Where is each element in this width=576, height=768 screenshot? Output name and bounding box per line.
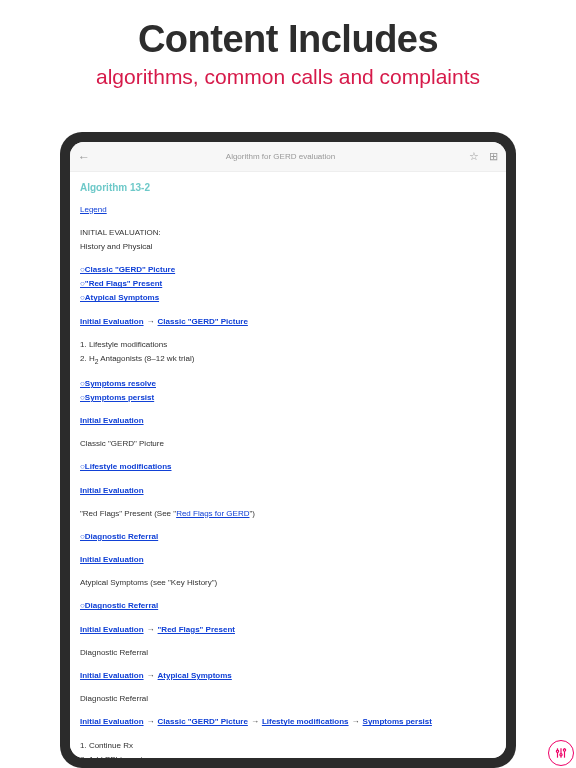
- chain-4: Initial Evaluation→Classic "GERD" Pictur…: [80, 715, 496, 728]
- initial-eval-link[interactable]: Initial Evaluation: [80, 486, 144, 495]
- algorithm-heading: Algorithm 13-2: [80, 180, 496, 197]
- chain-link[interactable]: Initial Evaluation: [80, 625, 144, 634]
- topbar: ← Algorithm for GERD evaluation ☆ ⊞: [70, 142, 506, 172]
- chain-link[interactable]: Classic "GERD" Picture: [158, 717, 248, 726]
- diagnostic-referral-link[interactable]: ○Diagnostic Referral: [80, 532, 158, 541]
- lifestyle-mods-link[interactable]: ○Lifestyle modifications: [80, 462, 172, 471]
- marketing-subhead: algorithms, common calls and complaints: [0, 65, 576, 89]
- diag-ref-plain: Diagnostic Referral: [80, 646, 496, 659]
- symptoms-resolve-link[interactable]: ○Symptoms resolve: [80, 379, 156, 388]
- chain-link[interactable]: Lifestyle modifications: [262, 717, 349, 726]
- continue-1: 1. Continue Rx: [80, 739, 496, 752]
- document-body: Algorithm 13-2 Legend INITIAL EVALUATION…: [70, 172, 506, 758]
- branch-redflags-link[interactable]: ○"Red Flags" Present: [80, 279, 162, 288]
- chain-3: Initial Evaluation→Atypical Symptoms: [80, 669, 496, 682]
- redflags-gerd-link[interactable]: Red Flags for GERD: [176, 509, 249, 518]
- tablet-frame: ← Algorithm for GERD evaluation ☆ ⊞ Algo…: [60, 132, 516, 768]
- settings-fab-icon[interactable]: [548, 740, 574, 766]
- initial-eval-link[interactable]: Initial Evaluation: [80, 416, 144, 425]
- chain-link[interactable]: "Red Flags" Present: [158, 625, 235, 634]
- chain-link[interactable]: Initial Evaluation: [80, 671, 144, 680]
- chain-link[interactable]: Symptoms persist: [363, 717, 432, 726]
- diagnostic-referral-link[interactable]: ○Diagnostic Referral: [80, 601, 158, 610]
- chain-link[interactable]: Initial Evaluation: [80, 717, 144, 726]
- section-initial-eval-title: INITIAL EVALUATION:: [80, 226, 496, 239]
- step-1: 1. Lifestyle modifications: [80, 338, 496, 351]
- branch-atypical-link[interactable]: ○Atypical Symptoms: [80, 293, 159, 302]
- marketing-screenshot: Content Includes algorithms, common call…: [0, 0, 576, 768]
- chain-2: Initial Evaluation→"Red Flags" Present: [80, 623, 496, 636]
- svg-point-3: [556, 750, 558, 752]
- svg-point-5: [563, 749, 565, 751]
- diag-ref-plain: Diagnostic Referral: [80, 692, 496, 705]
- marketing-headline: Content Includes: [0, 0, 576, 61]
- chain-link[interactable]: Atypical Symptoms: [158, 671, 232, 680]
- star-icon[interactable]: ☆: [469, 150, 479, 163]
- step-2: 2. H2 Antagonists (8–12 wk trial): [80, 352, 496, 367]
- initial-eval-link[interactable]: Initial Evaluation: [80, 555, 144, 564]
- section-initial-eval-body: History and Physical: [80, 240, 496, 253]
- atypical-plain: Atypical Symptoms (see "Key History"): [80, 576, 496, 589]
- symptoms-persist-link[interactable]: ○Symptoms persist: [80, 393, 154, 402]
- page-title: Algorithm for GERD evaluation: [92, 152, 469, 161]
- tablet-screen: ← Algorithm for GERD evaluation ☆ ⊞ Algo…: [70, 142, 506, 758]
- legend-link[interactable]: Legend: [80, 205, 107, 214]
- chain-1: Initial Evaluation→Classic "GERD" Pictur…: [80, 315, 496, 328]
- branch-classic-link[interactable]: ○Classic "GERD" Picture: [80, 265, 175, 274]
- continue-2: 2. Add PPI to regimen: [80, 753, 496, 758]
- add-icon[interactable]: ⊞: [489, 150, 498, 163]
- svg-point-4: [560, 754, 562, 756]
- classic-plain: Classic "GERD" Picture: [80, 437, 496, 450]
- redflags-present-text: "Red Flags" Present (See "Red Flags for …: [80, 507, 496, 520]
- chain-link[interactable]: Initial Evaluation: [80, 317, 144, 326]
- back-arrow-icon[interactable]: ←: [78, 150, 92, 164]
- chain-link[interactable]: Classic "GERD" Picture: [158, 317, 248, 326]
